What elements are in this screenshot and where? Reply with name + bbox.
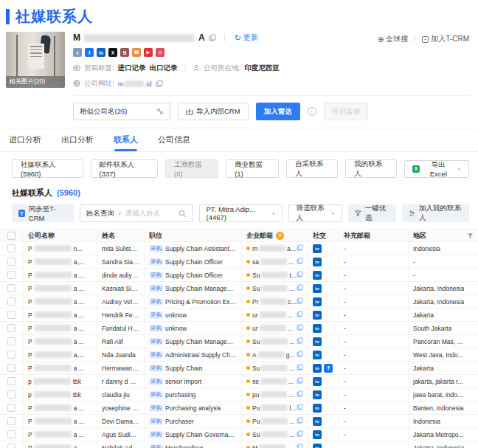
- row-checkbox[interactable]: [7, 404, 15, 412]
- copy-icon[interactable]: [297, 430, 303, 438]
- copy-icon[interactable]: [209, 34, 216, 41]
- section-count: (5960): [57, 188, 80, 197]
- row-checkbox[interactable]: [7, 390, 15, 399]
- linkedin-icon[interactable]: in: [313, 337, 322, 346]
- copy-icon[interactable]: [297, 351, 303, 359]
- linkedin-icon[interactable]: in: [313, 244, 322, 253]
- row-checkbox[interactable]: [7, 364, 15, 372]
- linkedin-icon[interactable]: in: [313, 364, 322, 373]
- chip-commercial-data[interactable]: 商业数据(1): [226, 159, 279, 178]
- youtube-icon[interactable]: ▶: [144, 48, 153, 57]
- linkedin-icon[interactable]: in: [313, 258, 322, 266]
- tab-import-analysis[interactable]: 进口分析: [9, 128, 41, 151]
- linkedin-icon[interactable]: in: [313, 444, 322, 448]
- linkedin-icon[interactable]: in: [97, 48, 105, 57]
- copy-icon[interactable]: [297, 364, 303, 372]
- tab-export-analysis[interactable]: 出口分析: [61, 128, 94, 151]
- copy-icon[interactable]: [297, 404, 303, 412]
- help-icon[interactable]: ?: [276, 232, 284, 240]
- quick-select-button[interactable]: 一键优选: [348, 204, 396, 222]
- tab-company-info[interactable]: 公司信息: [158, 128, 190, 151]
- row-checkbox[interactable]: [7, 284, 15, 292]
- copy-icon[interactable]: [297, 417, 303, 425]
- table-toolbar: T 同步至T-CRM 姓名查询 ∨ 请输入姓名 PT. Mitra Adip..…: [0, 199, 478, 229]
- filter-contacts-dropdown[interactable]: 筛选联系人 ∨: [288, 204, 342, 222]
- extra-email-value: -: [344, 351, 346, 359]
- linkedin-icon[interactable]: in: [313, 324, 322, 333]
- chip-business-registry[interactable]: 工商数据(0): [165, 159, 218, 178]
- export-excel-button[interactable]: X 导出 Excel ∨: [404, 160, 469, 178]
- website-icon[interactable]: e: [73, 48, 82, 57]
- tab-contacts[interactable]: 联系人: [114, 128, 138, 151]
- join-radar-button[interactable]: 加入雷达: [256, 103, 300, 120]
- name-query-dropdown[interactable]: 姓名查询: [86, 209, 114, 218]
- row-checkbox[interactable]: [7, 258, 15, 266]
- chip-my-contacts[interactable]: 我的联系人: [345, 159, 397, 178]
- copy-icon[interactable]: [297, 377, 303, 385]
- instagram-icon[interactable]: ◎: [156, 48, 164, 57]
- row-checkbox[interactable]: [7, 444, 15, 448]
- facebook-icon[interactable]: f: [324, 364, 333, 373]
- copy-icon[interactable]: [156, 80, 163, 87]
- row-checkbox[interactable]: [7, 351, 15, 359]
- linkedin-icon[interactable]: in: [313, 390, 322, 399]
- linkedin-icon[interactable]: in: [313, 404, 322, 413]
- chip-self-collected[interactable]: 自采联系人: [286, 159, 338, 178]
- linkedin-icon[interactable]: in: [313, 311, 322, 320]
- filter-icon[interactable]: [467, 232, 474, 239]
- select-all-checkbox[interactable]: [7, 232, 15, 240]
- row-checkbox[interactable]: [7, 271, 15, 279]
- trade-tag-export[interactable]: 出口记录: [150, 63, 178, 73]
- copy-icon[interactable]: [297, 244, 303, 252]
- row-checkbox[interactable]: [7, 417, 15, 425]
- update-button[interactable]: ↻ 更新: [235, 32, 258, 43]
- chip-email-contacts[interactable]: 邮件联系人(337): [91, 159, 158, 178]
- linkedin-icon[interactable]: in: [313, 417, 322, 426]
- sync-tcrm-button[interactable]: T 同步至T-CRM: [12, 204, 74, 222]
- row-checkbox[interactable]: [7, 297, 15, 306]
- company-body: M A ↻ 更新 efinXB☎▶◎ 贸易标签: 进口记录 出口记录 | 公司所…: [73, 32, 471, 120]
- copy-icon[interactable]: [297, 284, 303, 292]
- linkedin-icon[interactable]: in: [313, 351, 322, 359]
- x-icon[interactable]: X: [108, 48, 117, 57]
- linkedin-icon[interactable]: in: [313, 297, 322, 306]
- phone-icon[interactable]: ☎: [132, 48, 141, 57]
- linkedin-icon[interactable]: in: [313, 377, 322, 386]
- similar-company-button[interactable]: 相似公司名(26): [73, 103, 170, 120]
- chip-social-contacts[interactable]: 社媒联系人(5960): [12, 159, 83, 178]
- company-filter-dropdown[interactable]: PT. Mitra Adip...(4467) ∨: [199, 204, 283, 222]
- company-photo[interactable]: 相关图片(20): [6, 32, 65, 88]
- add-my-contacts-button[interactable]: 加入我的联系人: [402, 204, 469, 222]
- copy-icon[interactable]: [297, 324, 303, 332]
- linkedin-icon[interactable]: in: [313, 284, 322, 293]
- contact-name: r danny d nurpat...: [102, 378, 139, 385]
- search-icon[interactable]: [179, 210, 187, 218]
- global-search-button[interactable]: ⊕ 全球搜: [378, 34, 408, 44]
- copy-icon[interactable]: [297, 444, 303, 448]
- row-checkbox[interactable]: [7, 337, 15, 345]
- join-tcrm-button[interactable]: + 加入T-CRM: [422, 34, 469, 44]
- email-blurred: [261, 365, 288, 371]
- facebook-icon[interactable]: f: [85, 48, 94, 57]
- trade-tag-import[interactable]: 进口记录: [118, 63, 146, 73]
- website-link[interactable]: m .id: [118, 80, 152, 88]
- linkedin-icon[interactable]: in: [313, 271, 322, 280]
- copy-icon[interactable]: [297, 297, 303, 306]
- region-value: -: [413, 258, 415, 266]
- copy-icon[interactable]: [297, 337, 303, 345]
- copy-icon[interactable]: [297, 258, 303, 266]
- pinterest-icon[interactable]: B: [120, 48, 129, 57]
- copy-icon[interactable]: [297, 311, 303, 319]
- row-checkbox[interactable]: [7, 311, 15, 319]
- row-checkbox[interactable]: [7, 430, 15, 438]
- monitor-button[interactable]: 开启监测: [324, 103, 368, 120]
- row-checkbox[interactable]: [7, 377, 15, 385]
- info-icon[interactable]: i: [308, 107, 316, 116]
- row-checkbox[interactable]: [7, 324, 15, 332]
- import-crm-button[interactable]: 导入内部CRM: [178, 103, 249, 120]
- linkedin-icon[interactable]: in: [313, 430, 322, 439]
- row-checkbox[interactable]: [7, 244, 15, 252]
- name-search-input[interactable]: 请输入姓名: [125, 209, 175, 218]
- copy-icon[interactable]: [297, 390, 303, 399]
- copy-icon[interactable]: [297, 271, 303, 279]
